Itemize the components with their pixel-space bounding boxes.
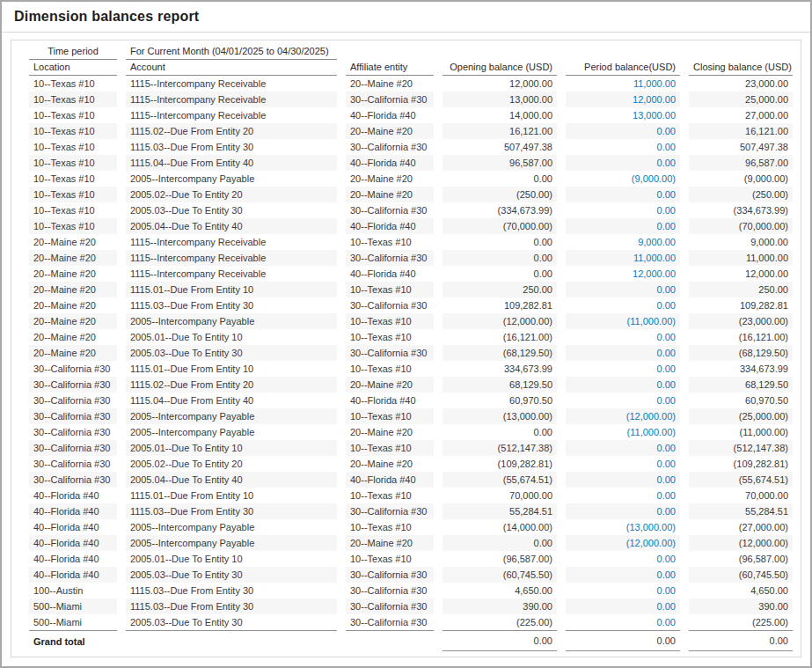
period-balance-cell[interactable]: 0.00 — [566, 282, 680, 297]
location-cell: 10--Texas #10 — [29, 187, 117, 202]
closing-balance-cell: 9,000.00 — [689, 234, 793, 250]
closing-balance-cell: (60,745.50) — [689, 567, 793, 583]
grand-total-label: Grand total — [29, 630, 117, 651]
period-balance-cell[interactable]: 0.00 — [566, 614, 680, 630]
table-row: 20--Maine #201115--Intercompany Receivab… — [29, 266, 793, 282]
period-balance-cell[interactable]: 0.00 — [566, 393, 680, 408]
affiliate-entity-cell: 30--California #30 — [346, 567, 434, 583]
closing-balance-cell: (27,000.00) — [689, 519, 793, 535]
period-balance-cell[interactable]: 9,000.00 — [566, 234, 680, 250]
period-balance-cell[interactable]: 12,000.00 — [566, 266, 680, 282]
account-cell: 1115.04--Due From Entity 40 — [126, 155, 337, 171]
closing-balance-cell: (70,000.00) — [689, 218, 793, 234]
location-cell: 40--Florida #40 — [29, 535, 117, 551]
location-cell: 10--Texas #10 — [29, 76, 117, 92]
affiliate-entity-cell: 20--Maine #20 — [346, 424, 434, 440]
grand-total-row: Grand total 0.00 0.00 0.00 — [29, 630, 793, 651]
affiliate-entity-cell: 10--Texas #10 — [346, 551, 434, 567]
closing-balance-cell: (109,282.81) — [689, 456, 793, 472]
period-balance-cell[interactable]: (12,000.00) — [566, 535, 680, 551]
period-balance-cell[interactable]: 0.00 — [566, 202, 680, 218]
opening-balance-cell: (225.00) — [443, 614, 557, 630]
account-cell: 1115.01--Due From Entity 10 — [126, 282, 337, 297]
table-row: 40--Florida #402005.01--Due To Entity 10… — [29, 551, 793, 567]
account-cell: 2005--Intercompany Payable — [126, 535, 337, 551]
opening-balance-cell: 0.00 — [443, 535, 557, 551]
period-balance-cell[interactable]: 0.00 — [566, 567, 680, 583]
closing-balance-cell: 4,650.00 — [689, 583, 793, 598]
location-cell: 20--Maine #20 — [29, 297, 117, 313]
opening-balance-cell: 250.00 — [443, 282, 557, 297]
period-balance-cell[interactable]: 0.00 — [566, 297, 680, 313]
period-balance-cell[interactable]: (11,000.00) — [566, 424, 680, 440]
affiliate-entity-cell: 20--Maine #20 — [346, 535, 434, 551]
period-balance-cell[interactable]: (11,000.00) — [566, 313, 680, 329]
period-balance-cell[interactable]: 0.00 — [566, 218, 680, 234]
report-window: Dimension balances report Time period Fo… — [0, 0, 812, 668]
table-row: 10--Texas #102005.04--Due To Entity 4040… — [29, 218, 793, 234]
closing-balance-cell: 68,129.50 — [689, 377, 793, 393]
period-balance-cell[interactable]: 13,000.00 — [566, 107, 680, 123]
account-cell: 2005--Intercompany Payable — [126, 424, 337, 440]
opening-balance-cell: 60,970.50 — [443, 393, 557, 408]
report-panel: Time period For Current Month (04/01/202… — [11, 40, 801, 657]
period-balance-cell[interactable]: (12,000.00) — [566, 408, 680, 424]
table-body: 10--Texas #101115--Intercompany Receivab… — [29, 76, 793, 630]
opening-balance-cell: (109,282.81) — [443, 456, 557, 472]
period-balance-cell[interactable]: 0.00 — [566, 551, 680, 567]
account-cell: 2005.01--Due To Entity 10 — [126, 440, 337, 456]
opening-balance-cell: 0.00 — [443, 171, 557, 187]
opening-balance-cell: (60,745.50) — [443, 567, 557, 583]
period-balance-cell[interactable]: 0.00 — [566, 345, 680, 361]
table-row: 30--California #302005.04--Due To Entity… — [29, 472, 793, 488]
location-cell: 10--Texas #10 — [29, 202, 117, 218]
period-balance-cell[interactable]: 11,000.00 — [566, 250, 680, 266]
account-cell: 2005.02--Due To Entity 20 — [126, 187, 337, 202]
location-cell: 30--California #30 — [29, 393, 117, 408]
affiliate-entity-cell: 10--Texas #10 — [346, 313, 434, 329]
opening-balance-cell: 4,650.00 — [443, 583, 557, 598]
period-balance-cell[interactable]: 0.00 — [566, 456, 680, 472]
period-balance-cell[interactable]: 0.00 — [566, 329, 680, 345]
closing-balance-cell: (68,129.50) — [689, 345, 793, 361]
location-cell: 40--Florida #40 — [29, 503, 117, 519]
period-balance-cell[interactable]: 0.00 — [566, 472, 680, 488]
location-cell: 20--Maine #20 — [29, 234, 117, 250]
table-row: 20--Maine #202005.03--Due To Entity 3030… — [29, 345, 793, 361]
period-balance-cell[interactable]: 0.00 — [566, 361, 680, 377]
period-balance-cell[interactable]: 0.00 — [566, 187, 680, 202]
table-row: 40--Florida #402005--Intercompany Payabl… — [29, 519, 793, 535]
period-balance-cell[interactable]: 0.00 — [566, 139, 680, 155]
account-cell: 2005.01--Due To Entity 10 — [126, 329, 337, 345]
period-balance-cell[interactable]: (13,000.00) — [566, 519, 680, 535]
period-balance-cell[interactable]: 12,000.00 — [566, 92, 680, 107]
period-balance-cell[interactable]: 0.00 — [566, 123, 680, 139]
period-balance-cell[interactable]: 0.00 — [566, 583, 680, 598]
affiliate-entity-cell: 20--Maine #20 — [346, 187, 434, 202]
period-balance-cell[interactable]: 11,000.00 — [566, 76, 680, 92]
table-row: 20--Maine #202005.01--Due To Entity 1010… — [29, 329, 793, 345]
location-cell: 30--California #30 — [29, 361, 117, 377]
column-header-account: Account — [126, 60, 337, 76]
account-cell: 2005.02--Due To Entity 20 — [126, 456, 337, 472]
period-balance-cell[interactable]: 0.00 — [566, 598, 680, 614]
period-balance-cell[interactable]: 0.00 — [566, 377, 680, 393]
table-row: 20--Maine #201115.03--Due From Entity 30… — [29, 297, 793, 313]
column-header-affiliate-entity: Affiliate entity — [346, 60, 434, 76]
closing-balance-cell: (512,147.38) — [689, 440, 793, 456]
time-period-value: For Current Month (04/01/2025 to 04/30/2… — [126, 44, 337, 60]
affiliate-entity-cell: 30--California #30 — [346, 614, 434, 630]
period-balance-cell[interactable]: 0.00 — [566, 488, 680, 503]
period-balance-cell[interactable]: 0.00 — [566, 155, 680, 171]
affiliate-entity-cell: 40--Florida #40 — [346, 218, 434, 234]
period-balance-cell[interactable]: 0.00 — [566, 440, 680, 456]
account-cell: 1115.01--Due From Entity 10 — [126, 361, 337, 377]
account-cell: 1115.03--Due From Entity 30 — [126, 297, 337, 313]
closing-balance-cell: (11,000.00) — [689, 424, 793, 440]
closing-balance-cell: 55,284.51 — [689, 503, 793, 519]
table-row: 10--Texas #102005.03--Due To Entity 3030… — [29, 202, 793, 218]
period-balance-cell[interactable]: (9,000.00) — [566, 171, 680, 187]
period-balance-cell[interactable]: 0.00 — [566, 503, 680, 519]
table-row: 100--Austin1115.03--Due From Entity 3030… — [29, 583, 793, 598]
spacer-cell — [566, 44, 680, 60]
